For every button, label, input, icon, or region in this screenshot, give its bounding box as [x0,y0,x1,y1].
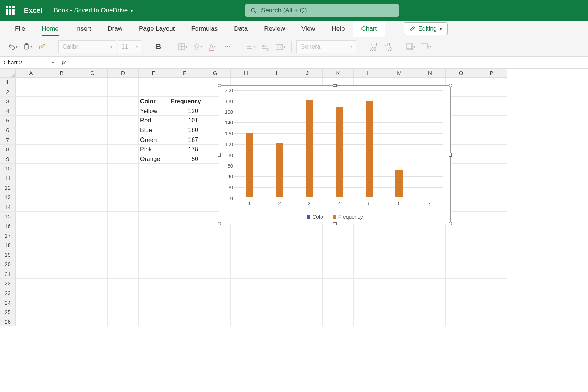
cell[interactable] [16,164,46,173]
cell[interactable] [77,317,108,327]
column-header[interactable]: B [46,69,77,78]
bold-button[interactable]: B [152,40,165,54]
cell[interactable] [139,173,169,183]
cell[interactable] [200,231,231,241]
fx-icon[interactable]: fx [58,60,69,66]
cell[interactable] [108,192,139,202]
resize-handle[interactable] [218,222,221,225]
cell[interactable] [46,87,77,97]
column-header[interactable]: A [16,69,46,78]
column-header[interactable]: M [384,69,415,78]
cell[interactable] [169,78,200,87]
cell[interactable] [384,279,415,288]
row-header[interactable]: 24 [0,298,16,308]
cell[interactable] [354,279,384,288]
cell[interactable] [292,298,323,308]
cell[interactable] [446,317,476,327]
cell[interactable] [108,250,139,260]
cell[interactable] [139,317,169,327]
cell[interactable] [16,240,46,250]
cell[interactable] [16,307,46,317]
row-header[interactable]: 11 [0,173,16,183]
select-all-corner[interactable] [0,69,16,78]
cell[interactable] [476,97,507,106]
cell[interactable] [261,279,292,288]
cell[interactable] [446,250,476,260]
cell[interactable] [108,231,139,241]
row-header[interactable]: 18 [0,240,16,250]
cell[interactable] [446,307,476,317]
cell[interactable] [77,250,108,260]
cell[interactable] [169,183,200,193]
cell[interactable] [46,183,77,193]
cell[interactable]: Yellow [139,106,169,116]
cell[interactable] [139,307,169,317]
cell[interactable] [231,298,261,308]
name-box[interactable]: Chart 2 ▾ [0,57,58,68]
cell[interactable] [415,231,446,241]
undo-button[interactable]: ▾ [6,40,19,54]
cell[interactable] [169,231,200,241]
cell[interactable]: Color [139,97,169,106]
cell[interactable] [476,183,507,193]
cell[interactable] [46,164,77,173]
cell[interactable] [446,298,476,308]
cell[interactable] [446,288,476,298]
row-header[interactable]: 20 [0,259,16,269]
cell[interactable] [16,317,46,327]
cell[interactable] [46,212,77,221]
cell[interactable] [200,279,231,288]
cell[interactable] [77,135,108,145]
cell[interactable] [292,269,323,279]
cell[interactable] [16,269,46,279]
cell[interactable] [77,231,108,241]
tab-chart[interactable]: Chart [353,21,385,37]
cell[interactable] [16,173,46,183]
cell[interactable] [139,202,169,212]
cell[interactable] [77,298,108,308]
spreadsheet-grid[interactable]: ABCDEFGHIJKLMNOP 123ColorFrequency4Yello… [0,69,588,326]
app-launcher-icon[interactable] [6,6,15,15]
cell[interactable] [323,250,354,260]
cell[interactable] [139,288,169,298]
cell[interactable] [261,250,292,260]
cell[interactable] [292,317,323,327]
cell[interactable] [77,173,108,183]
cell[interactable] [108,279,139,288]
cell[interactable] [384,317,415,327]
cell[interactable] [16,78,46,87]
cell[interactable] [46,221,77,231]
row-header[interactable]: 15 [0,212,16,221]
row-header[interactable]: 2 [0,87,16,97]
cell[interactable] [323,288,354,298]
row-header[interactable]: 8 [0,145,16,154]
cell[interactable] [354,269,384,279]
row-header[interactable]: 19 [0,250,16,260]
format-painter-button[interactable] [36,40,49,54]
cell[interactable] [261,231,292,241]
cell[interactable] [139,240,169,250]
cell[interactable] [46,78,77,87]
cell[interactable] [108,164,139,173]
cell[interactable] [108,269,139,279]
cell[interactable] [384,307,415,317]
cell[interactable] [46,240,77,250]
editing-mode-button[interactable]: Editing ▾ [404,22,448,35]
cell[interactable] [354,298,384,308]
tab-file[interactable]: File [7,21,33,37]
cell[interactable] [231,259,261,269]
cell[interactable] [323,231,354,241]
cell[interactable] [476,87,507,97]
cell[interactable] [476,106,507,116]
row-header[interactable]: 4 [0,106,16,116]
cell[interactable] [16,192,46,202]
cell[interactable] [46,317,77,327]
cell[interactable] [77,106,108,116]
cell[interactable] [46,145,77,154]
cell[interactable] [108,116,139,125]
cell[interactable] [16,125,46,135]
cell[interactable] [16,116,46,125]
cell[interactable] [46,192,77,202]
cell[interactable] [261,317,292,327]
cell[interactable] [261,298,292,308]
